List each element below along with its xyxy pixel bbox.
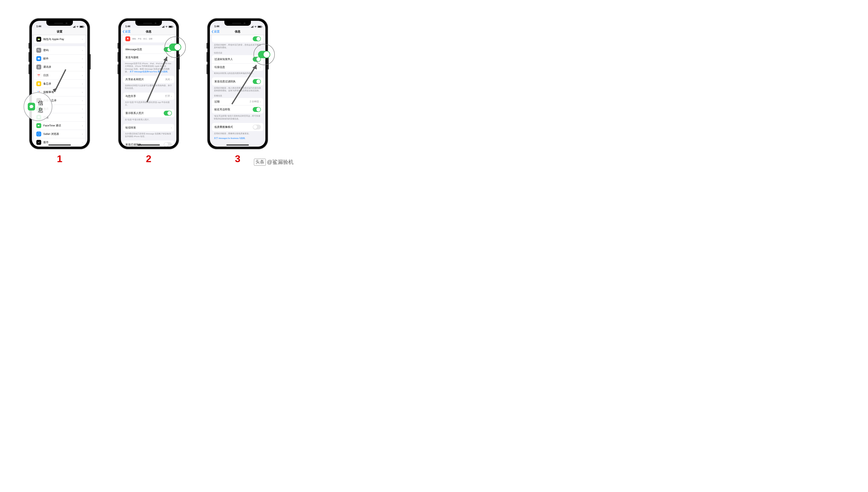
footer-text: 在"信息"中显示联系人照片。	[121, 117, 176, 121]
settings-row-safari[interactable]: Safari 浏览器›	[34, 130, 85, 138]
nav-bar: 设置 信息	[210, 28, 265, 35]
expire-row[interactable]: 过期 2 分钟后 ›	[212, 98, 263, 105]
facetime-icon	[36, 123, 41, 128]
wifi-icon	[254, 26, 257, 28]
footer-text: 将来自非联系人的信息归类到单独的列表中。	[210, 71, 265, 75]
safari-icon	[36, 131, 41, 137]
chevron-right-icon: ›	[82, 124, 83, 127]
svg-point-5	[39, 66, 40, 67]
magnify-label: 信息	[38, 99, 48, 114]
settings-row-contacts[interactable]: 通讯录›	[34, 63, 85, 71]
raise-listen-row: 贴近耳边听取	[212, 105, 263, 114]
settings-row-calendar[interactable]: 日历›	[34, 71, 85, 80]
row-label: 邮件	[43, 57, 82, 60]
nav-title: 信息	[146, 30, 151, 33]
watermark-logo: 头条	[254, 159, 266, 166]
row-label: 备忘录	[43, 82, 82, 85]
sms-forward-row[interactable]: 短信转发 ›	[123, 124, 174, 131]
stocks-icon	[36, 140, 41, 145]
back-button[interactable]: 设置	[211, 30, 220, 33]
phone-1: 1:44 设置	[29, 18, 90, 149]
row-label: 发送信息过滤回执	[214, 80, 253, 83]
back-button[interactable]: 设置	[123, 30, 131, 33]
battery-icon	[258, 26, 262, 28]
mail-icon	[36, 56, 41, 61]
notch	[46, 21, 73, 26]
key-icon	[36, 48, 41, 53]
cellular-icon	[73, 26, 75, 28]
svg-rect-18	[38, 125, 39, 126]
footer-text: "贴近耳边听取"使您只需将电话举至耳边，即可快速听取和回复收到的音频信息。	[210, 114, 265, 120]
svg-point-14	[38, 91, 39, 92]
chevron-right-icon: ›	[82, 91, 83, 94]
settings-row-wallet[interactable]: 钱包与 Apple Pay ›	[34, 35, 85, 43]
footer-text: iMessage信息可在 iPhone、iPad、iPod touch和 Mac…	[121, 61, 176, 73]
chevron-right-icon: ›	[82, 82, 83, 85]
chevron-right-icon: ›	[82, 74, 83, 77]
row-label: 显示联系人照片	[125, 111, 164, 115]
show-contact-photo-row: 显示联系人照片	[123, 109, 174, 117]
step-number: 1	[57, 153, 62, 165]
row-label: FaceTime 通话	[43, 124, 82, 127]
magnify-circle	[254, 44, 275, 65]
home-indicator	[48, 145, 71, 145]
home-indicator	[137, 145, 160, 145]
share-name-row[interactable]: 共享姓名和照片 关闭 ›	[123, 76, 174, 83]
shared-with-you-row[interactable]: 与您共享 打开 ›	[123, 93, 174, 100]
chevron-right-icon: ›	[82, 132, 83, 136]
row-label: 日历	[43, 74, 82, 77]
settings-row-mail[interactable]: 邮件›	[34, 54, 85, 63]
mention-toggle[interactable]	[253, 36, 261, 41]
row-label: 通讯录	[43, 65, 82, 69]
imessage-privacy-link[interactable]: 关于 iMessage信息和FaceTime 通话与隐私	[130, 71, 168, 73]
magnify-circle: 信息	[24, 92, 52, 121]
row-label: 密码	[43, 48, 82, 52]
low-quality-toggle[interactable]	[253, 125, 261, 129]
svg-rect-4	[38, 58, 40, 59]
row-label: 贴近耳边听取	[214, 108, 253, 111]
business-privacy-link[interactable]: 关于 Messages for Business 与隐私	[214, 137, 246, 139]
settings-row-notes[interactable]: 备忘录›	[34, 80, 85, 88]
chevron-right-icon: ›	[82, 38, 83, 41]
status-time: 1:44	[214, 25, 219, 28]
mention-row: x	[212, 35, 263, 43]
settings-row-facetime[interactable]: FaceTime 通话›	[34, 122, 85, 130]
step-number: 3	[235, 153, 240, 165]
row-label: 信息	[43, 115, 82, 119]
chevron-right-icon: ›	[171, 126, 172, 129]
row-label: iMessage信息	[125, 48, 164, 51]
filter-receipt-toggle[interactable]	[253, 79, 261, 84]
settings-row-key[interactable]: 密码›	[34, 46, 85, 54]
notes-icon	[36, 81, 41, 86]
toggle-magnified	[258, 51, 270, 58]
phone-2: 1:44 设置 信息	[119, 18, 179, 149]
chevron-right-icon: ›	[171, 78, 172, 81]
wifi-icon	[165, 26, 168, 28]
notch	[135, 21, 162, 26]
back-label: 设置	[214, 30, 220, 33]
calendar-icon	[36, 73, 41, 78]
show-contact-toggle[interactable]	[164, 111, 172, 116]
send-receive-row[interactable]: 发送与接收 ›	[123, 54, 174, 61]
row-label: 过期	[214, 100, 250, 103]
read-receipt-toggle[interactable]	[164, 142, 172, 147]
row-label: 垃圾信息	[214, 65, 260, 69]
chevron-right-icon: ›	[82, 49, 83, 52]
footer-text: 允许"信息"中与您共享的内容在所选 App 中自动显示。	[121, 100, 176, 106]
status-time: 1:44	[125, 25, 130, 28]
messages-icon	[28, 103, 35, 110]
low-quality-row: 低质量图像模式	[212, 123, 263, 131]
chevron-right-icon: ›	[260, 100, 261, 103]
raise-listen-toggle[interactable]	[253, 107, 261, 112]
footer-text: 允许通过其他已登录您 iMessage 信息帐户的设备发送并接收 iPhone …	[121, 131, 176, 138]
row-label: 短信转发	[125, 126, 171, 129]
junk-row[interactable]: 垃圾信息 ›	[212, 64, 263, 71]
toggle-magnified	[169, 44, 181, 51]
notification-icon	[125, 36, 130, 41]
wallet-icon	[36, 37, 41, 42]
watermark: 头条 @鲨漏验机	[254, 158, 293, 166]
read-receipt-row: 发送已读回执	[123, 141, 174, 147]
row-label: 共享姓名和照片	[125, 78, 165, 81]
nav-title: 信息	[235, 30, 240, 33]
phone-3: 1:44 设置 信息	[207, 18, 268, 149]
